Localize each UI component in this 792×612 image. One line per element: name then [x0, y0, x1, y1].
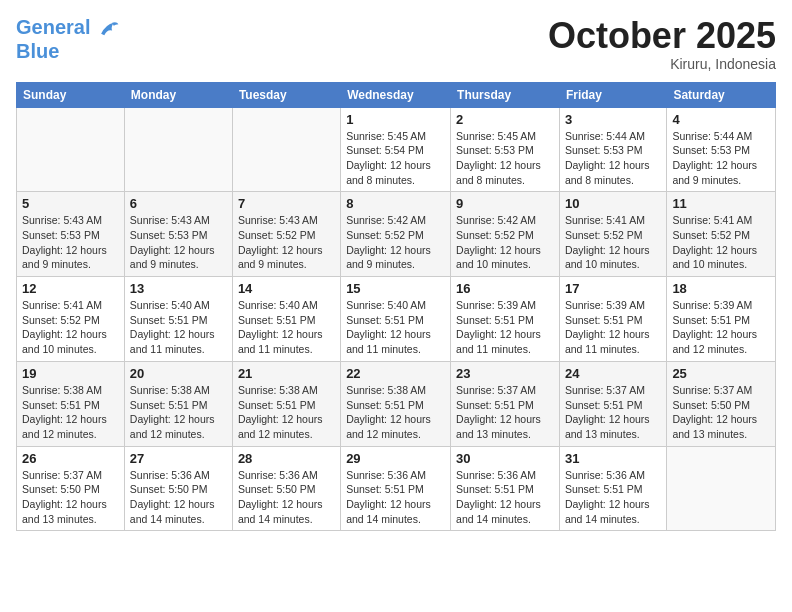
weekday-header-saturday: Saturday — [667, 82, 776, 107]
calendar-table: SundayMondayTuesdayWednesdayThursdayFrid… — [16, 82, 776, 532]
day-number: 11 — [672, 196, 770, 211]
calendar-day-2: 2Sunrise: 5:45 AMSunset: 5:53 PMDaylight… — [451, 107, 560, 192]
title-area: October 2025 Kiruru, Indonesia — [548, 16, 776, 72]
calendar-day-21: 21Sunrise: 5:38 AMSunset: 5:51 PMDayligh… — [232, 361, 340, 446]
day-number: 7 — [238, 196, 335, 211]
day-number: 9 — [456, 196, 554, 211]
day-info: Sunrise: 5:38 AMSunset: 5:51 PMDaylight:… — [130, 383, 227, 442]
day-number: 16 — [456, 281, 554, 296]
day-number: 31 — [565, 451, 661, 466]
day-number: 6 — [130, 196, 227, 211]
calendar-day-15: 15Sunrise: 5:40 AMSunset: 5:51 PMDayligh… — [341, 277, 451, 362]
day-info: Sunrise: 5:44 AMSunset: 5:53 PMDaylight:… — [672, 129, 770, 188]
calendar-day-5: 5Sunrise: 5:43 AMSunset: 5:53 PMDaylight… — [17, 192, 125, 277]
day-number: 12 — [22, 281, 119, 296]
calendar-day-26: 26Sunrise: 5:37 AMSunset: 5:50 PMDayligh… — [17, 446, 125, 531]
day-number: 30 — [456, 451, 554, 466]
calendar-day-1: 1Sunrise: 5:45 AMSunset: 5:54 PMDaylight… — [341, 107, 451, 192]
weekday-header-wednesday: Wednesday — [341, 82, 451, 107]
day-number: 10 — [565, 196, 661, 211]
day-number: 21 — [238, 366, 335, 381]
day-number: 8 — [346, 196, 445, 211]
calendar-day-30: 30Sunrise: 5:36 AMSunset: 5:51 PMDayligh… — [451, 446, 560, 531]
calendar-day-6: 6Sunrise: 5:43 AMSunset: 5:53 PMDaylight… — [124, 192, 232, 277]
calendar-week-row: 12Sunrise: 5:41 AMSunset: 5:52 PMDayligh… — [17, 277, 776, 362]
day-info: Sunrise: 5:43 AMSunset: 5:53 PMDaylight:… — [22, 213, 119, 272]
calendar-day-24: 24Sunrise: 5:37 AMSunset: 5:51 PMDayligh… — [559, 361, 666, 446]
weekday-header-thursday: Thursday — [451, 82, 560, 107]
calendar-day-7: 7Sunrise: 5:43 AMSunset: 5:52 PMDaylight… — [232, 192, 340, 277]
day-info: Sunrise: 5:36 AMSunset: 5:50 PMDaylight:… — [130, 468, 227, 527]
day-number: 15 — [346, 281, 445, 296]
day-info: Sunrise: 5:45 AMSunset: 5:54 PMDaylight:… — [346, 129, 445, 188]
day-info: Sunrise: 5:38 AMSunset: 5:51 PMDaylight:… — [346, 383, 445, 442]
day-number: 23 — [456, 366, 554, 381]
calendar-day-empty — [232, 107, 340, 192]
day-number: 19 — [22, 366, 119, 381]
calendar-day-27: 27Sunrise: 5:36 AMSunset: 5:50 PMDayligh… — [124, 446, 232, 531]
day-number: 29 — [346, 451, 445, 466]
day-number: 4 — [672, 112, 770, 127]
day-number: 13 — [130, 281, 227, 296]
day-number: 1 — [346, 112, 445, 127]
logo-bird-icon — [98, 18, 120, 40]
day-info: Sunrise: 5:38 AMSunset: 5:51 PMDaylight:… — [22, 383, 119, 442]
calendar-container: General Blue October 2025 Kiruru, Indone… — [0, 0, 792, 539]
weekday-header-monday: Monday — [124, 82, 232, 107]
day-info: Sunrise: 5:40 AMSunset: 5:51 PMDaylight:… — [346, 298, 445, 357]
calendar-day-19: 19Sunrise: 5:38 AMSunset: 5:51 PMDayligh… — [17, 361, 125, 446]
day-number: 24 — [565, 366, 661, 381]
day-info: Sunrise: 5:37 AMSunset: 5:50 PMDaylight:… — [672, 383, 770, 442]
logo-general: General — [16, 16, 90, 38]
day-number: 22 — [346, 366, 445, 381]
calendar-day-11: 11Sunrise: 5:41 AMSunset: 5:52 PMDayligh… — [667, 192, 776, 277]
day-number: 28 — [238, 451, 335, 466]
calendar-day-25: 25Sunrise: 5:37 AMSunset: 5:50 PMDayligh… — [667, 361, 776, 446]
calendar-day-10: 10Sunrise: 5:41 AMSunset: 5:52 PMDayligh… — [559, 192, 666, 277]
logo: General Blue — [16, 16, 120, 62]
calendar-day-4: 4Sunrise: 5:44 AMSunset: 5:53 PMDaylight… — [667, 107, 776, 192]
calendar-day-17: 17Sunrise: 5:39 AMSunset: 5:51 PMDayligh… — [559, 277, 666, 362]
day-number: 26 — [22, 451, 119, 466]
day-info: Sunrise: 5:44 AMSunset: 5:53 PMDaylight:… — [565, 129, 661, 188]
day-info: Sunrise: 5:42 AMSunset: 5:52 PMDaylight:… — [346, 213, 445, 272]
calendar-day-22: 22Sunrise: 5:38 AMSunset: 5:51 PMDayligh… — [341, 361, 451, 446]
day-number: 18 — [672, 281, 770, 296]
calendar-day-18: 18Sunrise: 5:39 AMSunset: 5:51 PMDayligh… — [667, 277, 776, 362]
day-info: Sunrise: 5:37 AMSunset: 5:50 PMDaylight:… — [22, 468, 119, 527]
calendar-day-14: 14Sunrise: 5:40 AMSunset: 5:51 PMDayligh… — [232, 277, 340, 362]
day-info: Sunrise: 5:43 AMSunset: 5:53 PMDaylight:… — [130, 213, 227, 272]
day-info: Sunrise: 5:42 AMSunset: 5:52 PMDaylight:… — [456, 213, 554, 272]
calendar-day-12: 12Sunrise: 5:41 AMSunset: 5:52 PMDayligh… — [17, 277, 125, 362]
location-subtitle: Kiruru, Indonesia — [548, 56, 776, 72]
day-info: Sunrise: 5:45 AMSunset: 5:53 PMDaylight:… — [456, 129, 554, 188]
day-number: 14 — [238, 281, 335, 296]
calendar-day-3: 3Sunrise: 5:44 AMSunset: 5:53 PMDaylight… — [559, 107, 666, 192]
calendar-day-9: 9Sunrise: 5:42 AMSunset: 5:52 PMDaylight… — [451, 192, 560, 277]
calendar-week-row: 19Sunrise: 5:38 AMSunset: 5:51 PMDayligh… — [17, 361, 776, 446]
day-info: Sunrise: 5:39 AMSunset: 5:51 PMDaylight:… — [565, 298, 661, 357]
weekday-header-row: SundayMondayTuesdayWednesdayThursdayFrid… — [17, 82, 776, 107]
calendar-week-row: 1Sunrise: 5:45 AMSunset: 5:54 PMDaylight… — [17, 107, 776, 192]
month-title: October 2025 — [548, 16, 776, 56]
day-number: 3 — [565, 112, 661, 127]
day-info: Sunrise: 5:36 AMSunset: 5:51 PMDaylight:… — [456, 468, 554, 527]
weekday-header-tuesday: Tuesday — [232, 82, 340, 107]
day-info: Sunrise: 5:37 AMSunset: 5:51 PMDaylight:… — [565, 383, 661, 442]
logo-blue: Blue — [16, 40, 120, 62]
day-info: Sunrise: 5:39 AMSunset: 5:51 PMDaylight:… — [672, 298, 770, 357]
calendar-day-16: 16Sunrise: 5:39 AMSunset: 5:51 PMDayligh… — [451, 277, 560, 362]
day-number: 2 — [456, 112, 554, 127]
day-info: Sunrise: 5:38 AMSunset: 5:51 PMDaylight:… — [238, 383, 335, 442]
calendar-day-empty — [124, 107, 232, 192]
day-info: Sunrise: 5:37 AMSunset: 5:51 PMDaylight:… — [456, 383, 554, 442]
day-number: 27 — [130, 451, 227, 466]
calendar-day-23: 23Sunrise: 5:37 AMSunset: 5:51 PMDayligh… — [451, 361, 560, 446]
calendar-day-31: 31Sunrise: 5:36 AMSunset: 5:51 PMDayligh… — [559, 446, 666, 531]
calendar-week-row: 26Sunrise: 5:37 AMSunset: 5:50 PMDayligh… — [17, 446, 776, 531]
day-info: Sunrise: 5:40 AMSunset: 5:51 PMDaylight:… — [238, 298, 335, 357]
calendar-day-empty — [667, 446, 776, 531]
day-number: 20 — [130, 366, 227, 381]
weekday-header-sunday: Sunday — [17, 82, 125, 107]
day-info: Sunrise: 5:39 AMSunset: 5:51 PMDaylight:… — [456, 298, 554, 357]
